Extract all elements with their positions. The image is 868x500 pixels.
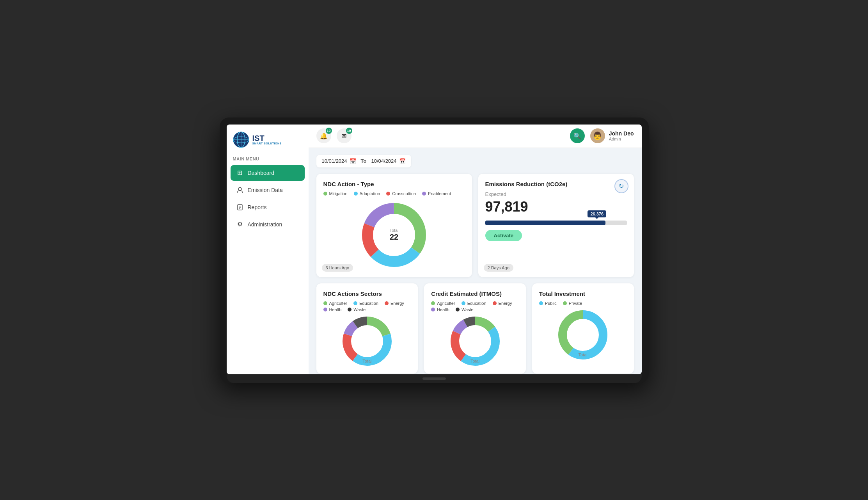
bottom-cards-row: NDC Actions Sectors Agriculter Education [316, 283, 634, 374]
c-energy-dot [493, 301, 497, 305]
sectors-legend: Agriculter Education Energy [323, 301, 411, 312]
s-waste-label: Waste [353, 307, 366, 312]
mail-notification-button[interactable]: ✉ 10 [337, 128, 351, 143]
dashboard-icon: ⊞ [236, 169, 244, 177]
mitigation-label: Mitigation [329, 191, 348, 196]
ndc-card-title: NDC Action - Type [323, 181, 465, 187]
sidebar-item-administration[interactable]: ⚙ Administration [231, 217, 305, 232]
c-agriculter-label: Agriculter [437, 301, 455, 306]
bell-badge: 10 [326, 128, 332, 134]
progress-tooltip: 26,376 [588, 210, 606, 217]
header: 🔔 10 ✉ 10 🔍 👨 [309, 125, 642, 148]
bell-icon: 🔔 [320, 132, 328, 140]
user-info: 👨 John Deo Admin [590, 128, 634, 143]
c-waste-label: Waste [462, 307, 474, 312]
agriculter-dot [323, 301, 327, 305]
reports-icon [236, 203, 244, 211]
c-health-dot [431, 308, 435, 311]
credit-donut-container: Total [431, 316, 519, 367]
crosscuttion-dot [386, 192, 390, 196]
legend-mitigation: Mitigation [323, 191, 348, 196]
sidebar-item-emission-data[interactable]: Emission Data [231, 182, 305, 198]
sidebar: IST SMART SOLUTIONS Main Menu ⊞ Dashboar… [227, 125, 309, 374]
sidebar-item-reports[interactable]: Reports [231, 199, 305, 215]
sectors-legend-energy: Energy [385, 301, 404, 306]
search-button[interactable]: 🔍 [570, 128, 585, 143]
date-from[interactable]: 10/01/2024 📅 [322, 158, 356, 164]
sectors-title: NDC Actions Sectors [323, 290, 411, 297]
user-name: John Deo [609, 130, 634, 137]
progress-bar-fill: 26,376 [485, 221, 606, 225]
credit-legend-energy: Energy [493, 301, 512, 306]
investment-total-label: Total [579, 352, 588, 357]
sidebar-item-dashboard-label: Dashboard [248, 170, 275, 176]
legend-enablement: Enablement [422, 191, 451, 196]
s-health-dot [323, 308, 327, 311]
enablement-dot [422, 192, 426, 196]
ndc-donut-container: Total 22 [323, 200, 465, 270]
date-to[interactable]: 10/04/2024 📅 [371, 158, 406, 164]
date-range: 10/01/2024 📅 To 10/04/2024 📅 [316, 155, 411, 167]
credit-card: Credit Estimated (ITMOS) Agriculter Educ… [424, 283, 526, 374]
credit-legend-agriculter: Agriculter [431, 301, 455, 306]
crosscuttion-label: Crosscuttion [392, 191, 416, 196]
private-dot [563, 301, 567, 305]
mail-icon: ✉ [341, 132, 346, 140]
ndc-timestamp: 3 Hours Ago [322, 264, 353, 272]
ndc-total-label: Total [389, 228, 398, 233]
s-energy-label: Energy [391, 301, 404, 306]
mitigation-dot [323, 192, 327, 196]
sectors-legend-health: Health [323, 307, 342, 312]
refresh-button[interactable]: ↻ [614, 179, 628, 193]
ndc-total-value: 22 [389, 233, 398, 242]
svg-point-26 [460, 326, 491, 357]
sidebar-item-emission-label: Emission Data [248, 187, 283, 193]
credit-legend: Agriculter Education Energy [431, 301, 519, 312]
main-menu-label: Main Menu [227, 153, 309, 165]
logo-ist-text: IST [252, 134, 282, 142]
emissions-timestamp: 2 Days Ago [484, 264, 513, 272]
credit-legend-health: Health [431, 307, 449, 312]
date-from-value: 10/01/2024 [322, 158, 347, 164]
credit-legend-education: Education [462, 301, 486, 306]
header-right: 🔍 👨 John Deo Admin [570, 128, 634, 143]
credit-total-label: Total [470, 359, 479, 363]
investment-legend: Public Private [539, 301, 627, 306]
svg-point-5 [238, 187, 241, 190]
user-role: Admin [609, 137, 634, 141]
main-content: 10/01/2024 📅 To 10/04/2024 📅 ND [309, 148, 642, 374]
investment-title: Total Investment [539, 290, 627, 297]
sidebar-item-admin-label: Administration [248, 221, 282, 228]
logo-subtitle: SMART SOLUTIONS [252, 142, 282, 145]
s-education-label: Education [359, 301, 378, 306]
avatar: 👨 [590, 128, 605, 143]
legend-crosscuttion: Crosscuttion [386, 191, 416, 196]
c-agriculter-dot [431, 301, 435, 305]
header-notifications: 🔔 10 ✉ 10 [316, 128, 351, 143]
sectors-card: NDC Actions Sectors Agriculter Education [316, 283, 418, 374]
c-energy-label: Energy [499, 301, 512, 306]
s-energy-dot [385, 301, 389, 305]
administration-icon: ⚙ [236, 221, 244, 228]
sectors-legend-waste: Waste [348, 307, 366, 312]
s-education-dot [353, 301, 357, 305]
c-education-label: Education [467, 301, 486, 306]
activate-button[interactable]: Activate [485, 230, 522, 241]
expected-label: Expected [485, 191, 627, 197]
agriculter-label: Agriculter [329, 301, 347, 306]
calendar-to-icon: 📅 [399, 158, 406, 164]
credit-title: Credit Estimated (ITMOS) [431, 290, 519, 297]
sectors-legend-agriculter: Agriculter [323, 301, 347, 306]
adaptation-dot [354, 192, 358, 196]
investment-legend-public: Public [539, 301, 557, 306]
adaptation-label: Adaptation [360, 191, 380, 196]
emission-data-icon [236, 186, 244, 194]
public-label: Public [545, 301, 557, 306]
bell-notification-button[interactable]: 🔔 10 [316, 128, 331, 143]
s-waste-dot [348, 308, 351, 311]
enablement-label: Enablement [428, 191, 451, 196]
search-icon: 🔍 [573, 132, 581, 140]
sidebar-item-dashboard[interactable]: ⊞ Dashboard [231, 165, 305, 181]
emissions-card-title: Emissions Reduction (tCO2e) [485, 181, 627, 187]
svg-point-29 [567, 319, 598, 351]
